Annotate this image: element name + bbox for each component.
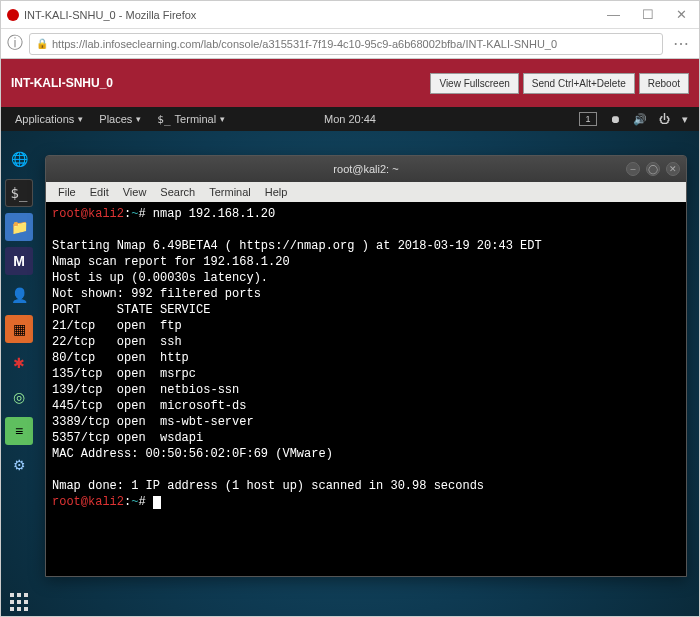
menu-edit[interactable]: Edit <box>84 186 115 198</box>
volume-icon[interactable]: 🔊 <box>628 113 652 126</box>
tab-title: INT-KALI-SNHU_0 - Mozilla Firefox <box>24 9 196 21</box>
lab-toolbar: INT-KALI-SNHU_0 View Fullscreen Send Ctr… <box>1 59 699 107</box>
window-minimize-button[interactable]: — <box>601 5 626 24</box>
menu-view[interactable]: View <box>117 186 153 198</box>
dock-item-maltego[interactable]: ✱ <box>5 349 33 377</box>
terminal-close-button[interactable]: ✕ <box>666 162 680 176</box>
page-actions-icon[interactable]: ⋯ <box>669 34 693 53</box>
menu-terminal[interactable]: Terminal <box>203 186 257 198</box>
show-apps-button[interactable] <box>5 588 33 616</box>
browser-tab[interactable]: INT-KALI-SNHU_0 - Mozilla Firefox <box>7 9 196 21</box>
terminal-prompt-icon: $_ <box>157 113 170 126</box>
applications-menu[interactable]: Applications▾ <box>7 113 91 125</box>
record-icon[interactable]: ⏺ <box>605 113 626 125</box>
firefox-urlbar: ⓘ 🔒 https://lab.infoseclearning.com/lab/… <box>1 29 699 59</box>
terminal-titlebar[interactable]: root@kali2: ~ – ◯ ✕ <box>46 156 686 182</box>
chevron-down-icon: ▾ <box>136 114 141 124</box>
favicon-icon <box>7 9 19 21</box>
terminal-menu[interactable]: $_ Terminal▾ <box>149 113 233 126</box>
menu-search[interactable]: Search <box>154 186 201 198</box>
terminal-body[interactable]: root@kali2:~# nmap 192.168.1.20 Starting… <box>46 202 686 576</box>
workspace-indicator[interactable]: 1 <box>579 112 597 126</box>
url-input[interactable]: 🔒 https://lab.infoseclearning.com/lab/co… <box>29 33 663 55</box>
url-text: https://lab.infoseclearning.com/lab/cons… <box>52 38 656 50</box>
gnome-panel: Applications▾ Places▾ $_ Terminal▾ Mon 2… <box>1 107 699 131</box>
dock: 🌐 $_ 📁 M 👤 ▦ ✱ ◎ ≡ ⚙ <box>1 131 37 616</box>
fullscreen-button[interactable]: View Fullscreen <box>430 73 518 94</box>
identity-icon[interactable]: ⓘ <box>7 33 23 54</box>
terminal-title: root@kali2: ~ <box>333 163 398 175</box>
places-menu[interactable]: Places▾ <box>91 113 149 125</box>
window-maximize-button[interactable]: ☐ <box>636 5 660 24</box>
dock-item-armitage[interactable]: 👤 <box>5 281 33 309</box>
power-icon[interactable]: ⏻ <box>654 113 675 125</box>
chevron-down-icon[interactable]: ▾ <box>677 113 693 126</box>
menu-help[interactable]: Help <box>259 186 294 198</box>
dock-item-burp[interactable]: ▦ <box>5 315 33 343</box>
lab-title: INT-KALI-SNHU_0 <box>11 76 426 90</box>
dock-item-browser[interactable]: 🌐 <box>5 145 33 173</box>
panel-clock[interactable]: Mon 20:44 <box>324 113 376 125</box>
terminal-menubar: File Edit View Search Terminal Help <box>46 182 686 202</box>
dock-item-tweaks[interactable]: ⚙ <box>5 451 33 479</box>
vm-desktop: Applications▾ Places▾ $_ Terminal▾ Mon 2… <box>1 107 699 616</box>
firefox-window: INT-KALI-SNHU_0 - Mozilla Firefox — ☐ ✕ … <box>0 0 700 617</box>
terminal-window: root@kali2: ~ – ◯ ✕ File Edit View Searc… <box>45 155 687 577</box>
dock-item-leafpad[interactable]: ≡ <box>5 417 33 445</box>
chevron-down-icon: ▾ <box>220 114 225 124</box>
dock-item-zenmap[interactable]: ◎ <box>5 383 33 411</box>
terminal-minimize-button[interactable]: – <box>626 162 640 176</box>
reboot-button[interactable]: Reboot <box>639 73 689 94</box>
chevron-down-icon: ▾ <box>78 114 83 124</box>
dock-item-files[interactable]: 📁 <box>5 213 33 241</box>
send-cad-button[interactable]: Send Ctrl+Alt+Delete <box>523 73 635 94</box>
firefox-titlebar: INT-KALI-SNHU_0 - Mozilla Firefox — ☐ ✕ <box>1 1 699 29</box>
dock-item-metasploit[interactable]: M <box>5 247 33 275</box>
lock-icon: 🔒 <box>36 38 48 49</box>
dock-item-terminal[interactable]: $_ <box>5 179 33 207</box>
window-close-button[interactable]: ✕ <box>670 5 693 24</box>
terminal-maximize-button[interactable]: ◯ <box>646 162 660 176</box>
menu-file[interactable]: File <box>52 186 82 198</box>
